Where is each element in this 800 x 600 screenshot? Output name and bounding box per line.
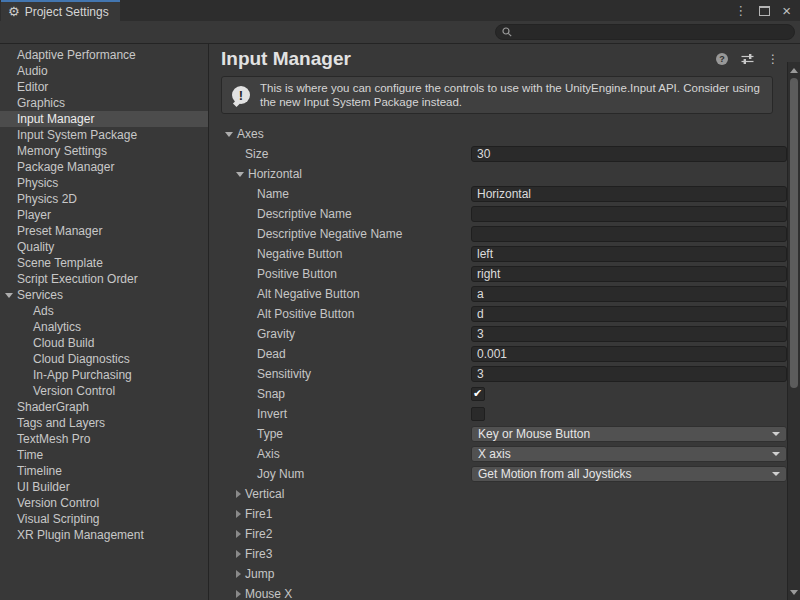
sidebar-item-cloud-build[interactable]: Cloud Build <box>0 335 208 351</box>
context-menu-icon[interactable]: ⋮ <box>767 53 779 65</box>
sidebar-item-tags-and-layers[interactable]: Tags and Layers <box>0 415 208 431</box>
help-icon[interactable]: ? <box>716 53 728 65</box>
sidebar-item-label: UI Builder <box>17 480 70 494</box>
property-label: Size <box>245 147 268 161</box>
text-field-negative-button[interactable]: left <box>471 246 787 262</box>
sidebar-item-label: Analytics <box>33 320 81 334</box>
sidebar-item-shadergraph[interactable]: ShaderGraph <box>0 399 208 415</box>
chevron-down-icon <box>772 472 780 476</box>
foldout-collapsed-icon[interactable] <box>236 510 241 518</box>
property-label: Dead <box>257 347 286 361</box>
foldout-open-icon[interactable] <box>5 293 13 298</box>
foldout-collapsed-icon[interactable] <box>236 570 241 578</box>
sidebar-item-in-app-purchasing[interactable]: In-App Purchasing <box>0 367 208 383</box>
dropdown-axis[interactable]: X axis <box>471 446 787 462</box>
sidebar-item-input-system-package[interactable]: Input System Package <box>0 127 208 143</box>
sidebar-item-time[interactable]: Time <box>0 447 208 463</box>
search-input[interactable] <box>516 26 788 38</box>
text-field-descriptive-name[interactable] <box>471 206 787 222</box>
property-row-fire1: Fire1 <box>209 504 787 524</box>
scroll-down-button[interactable] <box>788 586 800 598</box>
property-label[interactable]: Axes <box>237 127 264 141</box>
checkbox-snap[interactable] <box>471 387 485 401</box>
sidebar-item-package-manager[interactable]: Package Manager <box>0 159 208 175</box>
sidebar-item-textmesh-pro[interactable]: TextMesh Pro <box>0 431 208 447</box>
sidebar-item-version-control[interactable]: Version Control <box>0 495 208 511</box>
text-field-alt-positive-button[interactable]: d <box>471 306 787 322</box>
sidebar-item-label: Time <box>17 448 43 462</box>
sidebar-item-ads[interactable]: Ads <box>0 303 208 319</box>
property-label: Type <box>257 427 283 441</box>
sidebar-item-audio[interactable]: Audio <box>0 63 208 79</box>
search-box[interactable] <box>495 24 795 40</box>
sidebar-item-cloud-diagnostics[interactable]: Cloud Diagnostics <box>0 351 208 367</box>
foldout-collapsed-icon[interactable] <box>236 490 241 498</box>
checkbox-invert[interactable] <box>471 407 485 421</box>
property-row-alt-positive-button: Alt Positive Buttond <box>209 304 787 324</box>
sidebar-item-xr-plugin-management[interactable]: XR Plugin Management <box>0 527 208 543</box>
dropdown-joy-num[interactable]: Get Motion from all Joysticks <box>471 466 787 482</box>
project-settings-window: ⚙ Project Settings ⋮ × Adaptive Performa… <box>0 0 800 600</box>
foldout-collapsed-icon[interactable] <box>236 550 241 558</box>
sidebar-item-timeline[interactable]: Timeline <box>0 463 208 479</box>
text-field-descriptive-negative-name[interactable] <box>471 226 787 242</box>
property-label[interactable]: Vertical <box>245 487 284 501</box>
text-field-gravity[interactable]: 3 <box>471 326 787 342</box>
foldout-collapsed-icon[interactable] <box>236 590 241 598</box>
sidebar-item-preset-manager[interactable]: Preset Manager <box>0 223 208 239</box>
window-menu-icon[interactable]: ⋮ <box>734 4 747 17</box>
property-row-descriptive-negative-name: Descriptive Negative Name <box>209 224 787 244</box>
property-row-dead: Dead0.001 <box>209 344 787 364</box>
property-row-axis: AxisX axis <box>209 444 787 464</box>
foldout-collapsed-icon[interactable] <box>236 530 241 538</box>
sidebar-item-analytics[interactable]: Analytics <box>0 319 208 335</box>
property-label[interactable]: Mouse X <box>245 587 292 600</box>
property-label[interactable]: Fire3 <box>245 547 272 561</box>
sidebar-item-memory-settings[interactable]: Memory Settings <box>0 143 208 159</box>
sidebar-item-services[interactable]: Services <box>0 287 208 303</box>
text-field-alt-negative-button[interactable]: a <box>471 286 787 302</box>
text-field-positive-button[interactable]: right <box>471 266 787 282</box>
text-field-size[interactable]: 30 <box>471 146 787 162</box>
foldout-open-icon[interactable] <box>225 132 233 137</box>
text-field-sensitivity[interactable]: 3 <box>471 366 787 382</box>
property-label: Joy Num <box>257 467 304 481</box>
sidebar-item-graphics[interactable]: Graphics <box>0 95 208 111</box>
dropdown-type[interactable]: Key or Mouse Button <box>471 426 787 442</box>
scrollbar-thumb[interactable] <box>790 78 798 388</box>
sidebar-item-label: Physics 2D <box>17 192 77 206</box>
text-field-dead[interactable]: 0.001 <box>471 346 787 362</box>
sidebar-item-visual-scripting[interactable]: Visual Scripting <box>0 511 208 527</box>
property-label: Descriptive Name <box>257 207 352 221</box>
sidebar-item-quality[interactable]: Quality <box>0 239 208 255</box>
property-label: Invert <box>257 407 287 421</box>
sidebar-item-physics-2d[interactable]: Physics 2D <box>0 191 208 207</box>
tab-project-settings[interactable]: ⚙ Project Settings <box>1 0 120 21</box>
sidebar-item-scene-template[interactable]: Scene Template <box>0 255 208 271</box>
sidebar-item-label: Version Control <box>33 384 115 398</box>
scroll-up-button[interactable] <box>788 64 800 76</box>
foldout-open-icon[interactable] <box>236 172 244 177</box>
sidebar-item-player[interactable]: Player <box>0 207 208 223</box>
property-label[interactable]: Fire2 <box>245 527 272 541</box>
dropdown-value: X axis <box>478 447 511 461</box>
sidebar-item-script-execution-order[interactable]: Script Execution Order <box>0 271 208 287</box>
presets-sliders-icon[interactable] <box>741 53 754 65</box>
sidebar-item-adaptive-performance[interactable]: Adaptive Performance <box>0 47 208 63</box>
property-row-type: TypeKey or Mouse Button <box>209 424 787 444</box>
property-row-name: NameHorizontal <box>209 184 787 204</box>
sidebar-item-ui-builder[interactable]: UI Builder <box>0 479 208 495</box>
sidebar-item-label: Services <box>17 288 63 302</box>
maximize-icon[interactable] <box>759 6 770 16</box>
sidebar-item-physics[interactable]: Physics <box>0 175 208 191</box>
vertical-scrollbar[interactable] <box>787 62 800 600</box>
sidebar-item-editor[interactable]: Editor <box>0 79 208 95</box>
sidebar-item-version-control[interactable]: Version Control <box>0 383 208 399</box>
sidebar-item-input-manager[interactable]: Input Manager <box>0 111 208 127</box>
property-label[interactable]: Fire1 <box>245 507 272 521</box>
property-label[interactable]: Jump <box>245 567 274 581</box>
property-label[interactable]: Horizontal <box>248 167 302 181</box>
close-icon[interactable]: × <box>782 3 791 18</box>
text-field-name[interactable]: Horizontal <box>471 186 787 202</box>
sidebar-item-label: In-App Purchasing <box>33 368 132 382</box>
